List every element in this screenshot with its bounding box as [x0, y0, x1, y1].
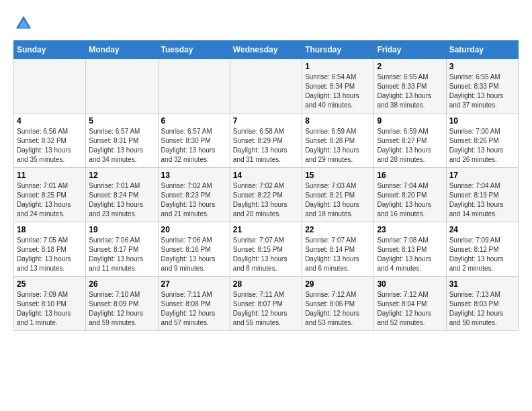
- day-content: Sunrise: 7:03 AM Sunset: 8:21 PM Dayligh…: [305, 181, 371, 219]
- day-cell: 5Sunrise: 6:57 AM Sunset: 8:31 PM Daylig…: [86, 113, 158, 168]
- day-cell: [14, 59, 86, 113]
- day-content: Sunrise: 6:55 AM Sunset: 8:33 PM Dayligh…: [377, 73, 443, 110]
- day-cell: 20Sunrise: 7:06 AM Sunset: 8:16 PM Dayli…: [158, 222, 230, 277]
- day-cell: 25Sunrise: 7:09 AM Sunset: 8:10 PM Dayli…: [14, 277, 86, 331]
- day-content: Sunrise: 6:54 AM Sunset: 8:34 PM Dayligh…: [305, 73, 371, 110]
- day-content: Sunrise: 7:07 AM Sunset: 8:15 PM Dayligh…: [233, 236, 299, 273]
- day-cell: 21Sunrise: 7:07 AM Sunset: 8:15 PM Dayli…: [230, 222, 302, 277]
- week-row-1: 1Sunrise: 6:54 AM Sunset: 8:34 PM Daylig…: [14, 59, 519, 113]
- header-row: SundayMondayTuesdayWednesdayThursdayFrid…: [14, 41, 519, 59]
- day-number: 23: [377, 225, 443, 234]
- header-cell-monday: Monday: [86, 41, 158, 59]
- day-content: Sunrise: 6:57 AM Sunset: 8:30 PM Dayligh…: [161, 127, 227, 165]
- day-number: 18: [17, 225, 83, 234]
- day-number: 4: [17, 116, 83, 126]
- day-number: 30: [377, 279, 443, 289]
- day-content: Sunrise: 7:11 AM Sunset: 8:07 PM Dayligh…: [233, 290, 299, 328]
- day-content: Sunrise: 7:11 AM Sunset: 8:08 PM Dayligh…: [161, 290, 227, 328]
- day-cell: 19Sunrise: 7:06 AM Sunset: 8:17 PM Dayli…: [86, 222, 158, 277]
- day-content: Sunrise: 6:56 AM Sunset: 8:32 PM Dayligh…: [17, 127, 83, 165]
- day-cell: 22Sunrise: 7:07 AM Sunset: 8:14 PM Dayli…: [302, 222, 374, 277]
- day-cell: 27Sunrise: 7:11 AM Sunset: 8:08 PM Dayli…: [158, 277, 230, 331]
- day-cell: 9Sunrise: 6:59 AM Sunset: 8:27 PM Daylig…: [374, 113, 446, 168]
- day-content: Sunrise: 7:06 AM Sunset: 8:16 PM Dayligh…: [161, 236, 227, 273]
- day-cell: 15Sunrise: 7:03 AM Sunset: 8:21 PM Dayli…: [302, 168, 374, 222]
- day-number: 25: [17, 279, 83, 289]
- day-content: Sunrise: 7:09 AM Sunset: 8:10 PM Dayligh…: [17, 290, 83, 328]
- week-row-4: 18Sunrise: 7:05 AM Sunset: 8:18 PM Dayli…: [14, 222, 519, 277]
- day-content: Sunrise: 6:58 AM Sunset: 8:29 PM Dayligh…: [233, 127, 299, 165]
- header-cell-wednesday: Wednesday: [230, 41, 302, 59]
- day-cell: 2Sunrise: 6:55 AM Sunset: 8:33 PM Daylig…: [374, 59, 446, 113]
- day-content: Sunrise: 7:05 AM Sunset: 8:18 PM Dayligh…: [17, 236, 83, 273]
- day-number: 19: [89, 225, 154, 234]
- day-cell: 26Sunrise: 7:10 AM Sunset: 8:09 PM Dayli…: [86, 277, 158, 331]
- day-content: Sunrise: 7:12 AM Sunset: 8:06 PM Dayligh…: [305, 290, 371, 328]
- day-number: 21: [233, 225, 299, 234]
- header-cell-sunday: Sunday: [14, 41, 86, 59]
- day-cell: 7Sunrise: 6:58 AM Sunset: 8:29 PM Daylig…: [230, 113, 302, 168]
- day-content: Sunrise: 7:01 AM Sunset: 8:24 PM Dayligh…: [89, 181, 154, 219]
- day-cell: 6Sunrise: 6:57 AM Sunset: 8:30 PM Daylig…: [158, 113, 230, 168]
- day-cell: 31Sunrise: 7:13 AM Sunset: 8:03 PM Dayli…: [446, 277, 518, 331]
- day-number: 1: [305, 62, 371, 71]
- week-row-2: 4Sunrise: 6:56 AM Sunset: 8:32 PM Daylig…: [14, 113, 519, 168]
- header-cell-thursday: Thursday: [302, 41, 374, 59]
- day-cell: 12Sunrise: 7:01 AM Sunset: 8:24 PM Dayli…: [86, 168, 158, 222]
- day-cell: 29Sunrise: 7:12 AM Sunset: 8:06 PM Dayli…: [302, 277, 374, 331]
- day-number: 31: [449, 279, 515, 289]
- day-cell: 3Sunrise: 6:55 AM Sunset: 8:33 PM Daylig…: [446, 59, 518, 113]
- day-number: 26: [89, 279, 154, 289]
- calendar-body: 1Sunrise: 6:54 AM Sunset: 8:34 PM Daylig…: [14, 59, 519, 331]
- week-row-5: 25Sunrise: 7:09 AM Sunset: 8:10 PM Dayli…: [14, 277, 519, 331]
- day-number: 13: [161, 171, 227, 180]
- week-row-3: 11Sunrise: 7:01 AM Sunset: 8:25 PM Dayli…: [14, 168, 519, 222]
- day-number: 15: [305, 171, 371, 180]
- day-cell: 17Sunrise: 7:04 AM Sunset: 8:19 PM Dayli…: [446, 168, 518, 222]
- day-content: Sunrise: 6:55 AM Sunset: 8:33 PM Dayligh…: [449, 73, 515, 110]
- day-number: 28: [233, 279, 299, 289]
- day-content: Sunrise: 6:59 AM Sunset: 8:27 PM Dayligh…: [377, 127, 443, 165]
- header-cell-tuesday: Tuesday: [158, 41, 230, 59]
- day-number: 2: [377, 62, 443, 71]
- day-number: 16: [377, 171, 443, 180]
- day-cell: 23Sunrise: 7:08 AM Sunset: 8:13 PM Dayli…: [374, 222, 446, 277]
- day-cell: 11Sunrise: 7:01 AM Sunset: 8:25 PM Dayli…: [14, 168, 86, 222]
- header-cell-friday: Friday: [374, 41, 446, 59]
- day-content: Sunrise: 7:02 AM Sunset: 8:23 PM Dayligh…: [161, 181, 227, 219]
- day-number: 27: [161, 279, 227, 289]
- day-content: Sunrise: 7:02 AM Sunset: 8:22 PM Dayligh…: [233, 181, 299, 219]
- day-number: 11: [17, 171, 83, 180]
- day-number: 3: [449, 62, 515, 71]
- day-content: Sunrise: 6:57 AM Sunset: 8:31 PM Dayligh…: [89, 127, 154, 165]
- day-number: 5: [89, 116, 154, 126]
- day-number: 17: [449, 171, 515, 180]
- day-content: Sunrise: 7:10 AM Sunset: 8:09 PM Dayligh…: [89, 290, 154, 328]
- logo-icon: [13, 13, 34, 34]
- calendar-table: SundayMondayTuesdayWednesdayThursdayFrid…: [13, 40, 519, 331]
- day-content: Sunrise: 7:04 AM Sunset: 8:19 PM Dayligh…: [449, 181, 515, 219]
- day-cell: [230, 59, 302, 113]
- day-cell: 14Sunrise: 7:02 AM Sunset: 8:22 PM Dayli…: [230, 168, 302, 222]
- day-number: 10: [449, 116, 515, 126]
- day-content: Sunrise: 7:01 AM Sunset: 8:25 PM Dayligh…: [17, 181, 83, 219]
- logo: [13, 13, 36, 34]
- day-number: 24: [449, 225, 515, 234]
- day-cell: 13Sunrise: 7:02 AM Sunset: 8:23 PM Dayli…: [158, 168, 230, 222]
- day-number: 29: [305, 279, 371, 289]
- header-cell-saturday: Saturday: [446, 41, 518, 59]
- day-content: Sunrise: 6:59 AM Sunset: 8:28 PM Dayligh…: [305, 127, 371, 165]
- day-number: 7: [233, 116, 299, 126]
- day-content: Sunrise: 7:07 AM Sunset: 8:14 PM Dayligh…: [305, 236, 371, 273]
- day-content: Sunrise: 7:00 AM Sunset: 8:26 PM Dayligh…: [449, 127, 515, 165]
- day-content: Sunrise: 7:13 AM Sunset: 8:03 PM Dayligh…: [449, 290, 515, 328]
- day-cell: 8Sunrise: 6:59 AM Sunset: 8:28 PM Daylig…: [302, 113, 374, 168]
- day-cell: 30Sunrise: 7:12 AM Sunset: 8:04 PM Dayli…: [374, 277, 446, 331]
- day-cell: 24Sunrise: 7:09 AM Sunset: 8:12 PM Dayli…: [446, 222, 518, 277]
- calendar-header: SundayMondayTuesdayWednesdayThursdayFrid…: [14, 41, 519, 59]
- day-content: Sunrise: 7:12 AM Sunset: 8:04 PM Dayligh…: [377, 290, 443, 328]
- day-cell: 18Sunrise: 7:05 AM Sunset: 8:18 PM Dayli…: [14, 222, 86, 277]
- day-cell: 16Sunrise: 7:04 AM Sunset: 8:20 PM Dayli…: [374, 168, 446, 222]
- day-cell: [86, 59, 158, 113]
- page-header: [13, 13, 519, 34]
